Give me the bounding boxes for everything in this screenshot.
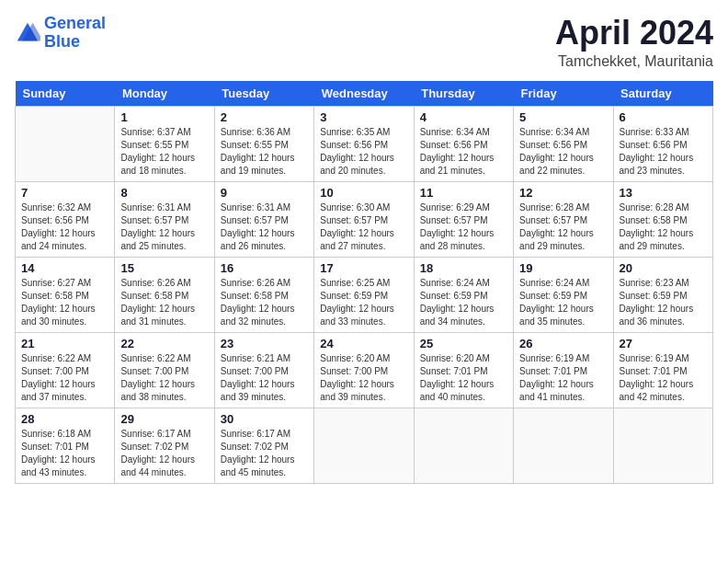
week-row-1: 1Sunrise: 6:37 AM Sunset: 6:55 PM Daylig…: [16, 106, 713, 181]
day-info: Sunrise: 6:24 AM Sunset: 6:59 PM Dayligh…: [420, 277, 507, 328]
col-header-friday: Friday: [514, 81, 613, 107]
day-number: 29: [120, 412, 208, 426]
title-block: April 2024 Tamchekket, Mauritania: [555, 15, 713, 70]
col-header-tuesday: Tuesday: [214, 81, 313, 107]
day-info: Sunrise: 6:22 AM Sunset: 7:00 PM Dayligh…: [21, 352, 108, 404]
day-cell: 8Sunrise: 6:31 AM Sunset: 6:57 PM Daylig…: [115, 181, 214, 257]
week-row-4: 21Sunrise: 6:22 AM Sunset: 7:00 PM Dayli…: [16, 332, 713, 408]
day-info: Sunrise: 6:29 AM Sunset: 6:57 PM Dayligh…: [420, 201, 507, 253]
day-info: Sunrise: 6:22 AM Sunset: 7:00 PM Dayligh…: [120, 352, 208, 404]
day-number: 15: [120, 261, 208, 275]
day-number: 7: [21, 186, 108, 200]
week-row-2: 7Sunrise: 6:32 AM Sunset: 6:56 PM Daylig…: [16, 181, 713, 257]
day-cell: 21Sunrise: 6:22 AM Sunset: 7:00 PM Dayli…: [16, 332, 115, 408]
day-cell: 19Sunrise: 6:24 AM Sunset: 6:59 PM Dayli…: [514, 257, 613, 332]
day-cell: 16Sunrise: 6:26 AM Sunset: 6:58 PM Dayli…: [214, 257, 313, 332]
day-cell: 30Sunrise: 6:17 AM Sunset: 7:02 PM Dayli…: [214, 408, 313, 483]
logo-line2: Blue: [44, 32, 80, 51]
day-info: Sunrise: 6:26 AM Sunset: 6:58 PM Dayligh…: [221, 277, 308, 328]
day-cell: [613, 408, 712, 483]
day-number: 12: [519, 186, 607, 200]
day-number: 10: [320, 186, 407, 200]
day-number: 26: [519, 337, 607, 350]
day-number: 16: [221, 261, 308, 275]
day-cell: 6Sunrise: 6:33 AM Sunset: 6:56 PM Daylig…: [613, 106, 712, 181]
day-number: 5: [519, 110, 607, 124]
day-cell: 22Sunrise: 6:22 AM Sunset: 7:00 PM Dayli…: [115, 332, 214, 408]
day-cell: [16, 106, 115, 181]
day-cell: 23Sunrise: 6:21 AM Sunset: 7:00 PM Dayli…: [214, 332, 313, 408]
day-info: Sunrise: 6:17 AM Sunset: 7:02 PM Dayligh…: [221, 428, 308, 479]
day-cell: 26Sunrise: 6:19 AM Sunset: 7:01 PM Dayli…: [514, 332, 613, 408]
day-info: Sunrise: 6:17 AM Sunset: 7:02 PM Dayligh…: [120, 428, 208, 479]
day-info: Sunrise: 6:31 AM Sunset: 6:57 PM Dayligh…: [221, 201, 308, 253]
week-row-3: 14Sunrise: 6:27 AM Sunset: 6:58 PM Dayli…: [16, 257, 713, 332]
col-header-thursday: Thursday: [414, 81, 513, 107]
day-number: 28: [21, 412, 108, 426]
day-info: Sunrise: 6:24 AM Sunset: 6:59 PM Dayligh…: [519, 277, 607, 328]
day-info: Sunrise: 6:31 AM Sunset: 6:57 PM Dayligh…: [120, 201, 208, 253]
day-cell: 2Sunrise: 6:36 AM Sunset: 6:55 PM Daylig…: [214, 106, 313, 181]
day-number: 24: [320, 337, 407, 350]
logo: General Blue: [15, 15, 106, 52]
day-number: 1: [120, 110, 208, 124]
day-cell: 3Sunrise: 6:35 AM Sunset: 6:56 PM Daylig…: [314, 106, 414, 181]
day-cell: 13Sunrise: 6:28 AM Sunset: 6:58 PM Dayli…: [613, 181, 712, 257]
day-cell: 29Sunrise: 6:17 AM Sunset: 7:02 PM Dayli…: [115, 408, 214, 483]
day-cell: 28Sunrise: 6:18 AM Sunset: 7:01 PM Dayli…: [16, 408, 115, 483]
day-info: Sunrise: 6:37 AM Sunset: 6:55 PM Dayligh…: [120, 126, 208, 178]
day-cell: 4Sunrise: 6:34 AM Sunset: 6:56 PM Daylig…: [414, 106, 513, 181]
week-row-5: 28Sunrise: 6:18 AM Sunset: 7:01 PM Dayli…: [16, 408, 713, 483]
day-cell: 27Sunrise: 6:19 AM Sunset: 7:01 PM Dayli…: [613, 332, 712, 408]
day-info: Sunrise: 6:19 AM Sunset: 7:01 PM Dayligh…: [519, 352, 607, 404]
day-cell: 12Sunrise: 6:28 AM Sunset: 6:57 PM Dayli…: [514, 181, 613, 257]
day-number: 17: [320, 261, 407, 275]
day-cell: 18Sunrise: 6:24 AM Sunset: 6:59 PM Dayli…: [414, 257, 513, 332]
logo-text: General Blue: [44, 15, 106, 52]
day-cell: [514, 408, 613, 483]
day-cell: [414, 408, 513, 483]
day-cell: 15Sunrise: 6:26 AM Sunset: 6:58 PM Dayli…: [115, 257, 214, 332]
col-header-saturday: Saturday: [613, 81, 712, 107]
day-cell: 11Sunrise: 6:29 AM Sunset: 6:57 PM Dayli…: [414, 181, 513, 257]
day-number: 6: [620, 110, 707, 124]
day-cell: 5Sunrise: 6:34 AM Sunset: 6:56 PM Daylig…: [514, 106, 613, 181]
day-number: 27: [620, 337, 707, 350]
calendar-table: SundayMondayTuesdayWednesdayThursdayFrid…: [15, 81, 713, 484]
col-header-monday: Monday: [115, 81, 214, 107]
day-info: Sunrise: 6:35 AM Sunset: 6:56 PM Dayligh…: [320, 126, 407, 178]
day-number: 11: [420, 186, 507, 200]
logo-line1: General: [44, 14, 106, 32]
logo-icon: [15, 20, 40, 46]
day-info: Sunrise: 6:34 AM Sunset: 6:56 PM Dayligh…: [519, 126, 607, 178]
day-info: Sunrise: 6:33 AM Sunset: 6:56 PM Dayligh…: [620, 126, 707, 178]
day-number: 30: [221, 412, 308, 426]
day-number: 8: [120, 186, 208, 200]
month-title: April 2024: [555, 15, 713, 52]
day-info: Sunrise: 6:27 AM Sunset: 6:58 PM Dayligh…: [21, 277, 108, 328]
day-info: Sunrise: 6:20 AM Sunset: 7:00 PM Dayligh…: [320, 352, 407, 404]
day-cell: 25Sunrise: 6:20 AM Sunset: 7:01 PM Dayli…: [414, 332, 513, 408]
day-number: 18: [420, 261, 507, 275]
day-cell: [314, 408, 414, 483]
day-info: Sunrise: 6:21 AM Sunset: 7:00 PM Dayligh…: [221, 352, 308, 404]
day-number: 22: [120, 337, 208, 350]
day-cell: 14Sunrise: 6:27 AM Sunset: 6:58 PM Dayli…: [16, 257, 115, 332]
day-number: 23: [221, 337, 308, 350]
day-number: 25: [420, 337, 507, 350]
day-number: 2: [221, 110, 308, 124]
day-number: 14: [21, 261, 108, 275]
day-info: Sunrise: 6:32 AM Sunset: 6:56 PM Dayligh…: [21, 201, 108, 253]
day-number: 13: [620, 186, 707, 200]
day-cell: 7Sunrise: 6:32 AM Sunset: 6:56 PM Daylig…: [16, 181, 115, 257]
day-number: 9: [221, 186, 308, 200]
day-info: Sunrise: 6:19 AM Sunset: 7:01 PM Dayligh…: [620, 352, 707, 404]
day-info: Sunrise: 6:28 AM Sunset: 6:58 PM Dayligh…: [620, 201, 707, 253]
day-info: Sunrise: 6:18 AM Sunset: 7:01 PM Dayligh…: [21, 428, 108, 479]
day-cell: 20Sunrise: 6:23 AM Sunset: 6:59 PM Dayli…: [613, 257, 712, 332]
day-info: Sunrise: 6:25 AM Sunset: 6:59 PM Dayligh…: [320, 277, 407, 328]
day-cell: 1Sunrise: 6:37 AM Sunset: 6:55 PM Daylig…: [115, 106, 214, 181]
day-number: 3: [320, 110, 407, 124]
day-cell: 10Sunrise: 6:30 AM Sunset: 6:57 PM Dayli…: [314, 181, 414, 257]
day-number: 19: [519, 261, 607, 275]
